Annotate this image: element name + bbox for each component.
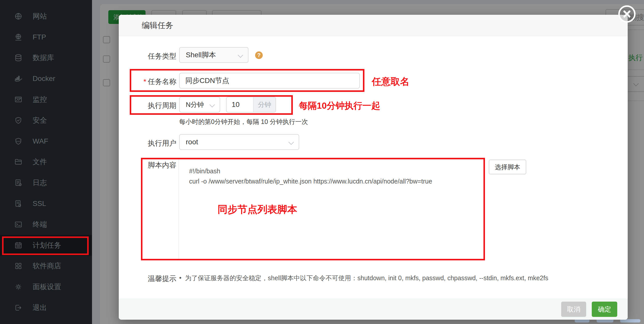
- modal-title: 编辑任务: [119, 20, 173, 31]
- user-label: 执行用户: [119, 138, 176, 148]
- annotation-box-script: [141, 158, 485, 260]
- modal-footer: 取消 确定: [119, 299, 628, 320]
- annotation-text-task-name: 任意取名: [372, 75, 410, 88]
- annotation-box-cycle: [130, 95, 293, 115]
- task-type-label: 任务类型: [119, 51, 176, 61]
- chevron-down-icon: [238, 52, 243, 58]
- screen: 网站 FTP 数据库 Docker 监控 安全: [0, 0, 644, 324]
- help-icon[interactable]: ?: [255, 51, 263, 59]
- bullet-icon: •: [179, 274, 181, 282]
- close-icon[interactable]: [618, 5, 636, 23]
- task-type-select[interactable]: Shell脚本: [179, 47, 248, 63]
- confirm-button[interactable]: 确定: [592, 302, 617, 317]
- choose-script-button[interactable]: 选择脚本: [489, 160, 526, 174]
- annotation-box-task-name: [130, 69, 364, 92]
- cycle-helper-text: 每小时的第0分钟开始，每隔 10 分钟执行一次: [179, 118, 308, 126]
- cancel-button[interactable]: 取消: [561, 302, 586, 317]
- tip-text: 为了保证服务器的安全稳定，shell脚本中以下命令不可使用：shutdown, …: [185, 274, 548, 282]
- modal-header: 编辑任务: [119, 15, 628, 36]
- annotation-text-cycle: 每隔10分钟执行一起: [299, 100, 380, 112]
- chevron-down-icon: [288, 139, 294, 145]
- tip-row: • 为了保证服务器的安全稳定，shell脚本中以下命令不可使用：shutdown…: [179, 274, 587, 282]
- tip-label: 温馨提示: [119, 274, 176, 284]
- task-type-value: Shell脚本: [186, 50, 216, 60]
- annotation-text-script: 同步节点列表脚本: [218, 203, 297, 216]
- annotation-box-cron-menu: [2, 236, 89, 255]
- user-select[interactable]: root: [179, 134, 299, 150]
- user-value: root: [186, 138, 198, 146]
